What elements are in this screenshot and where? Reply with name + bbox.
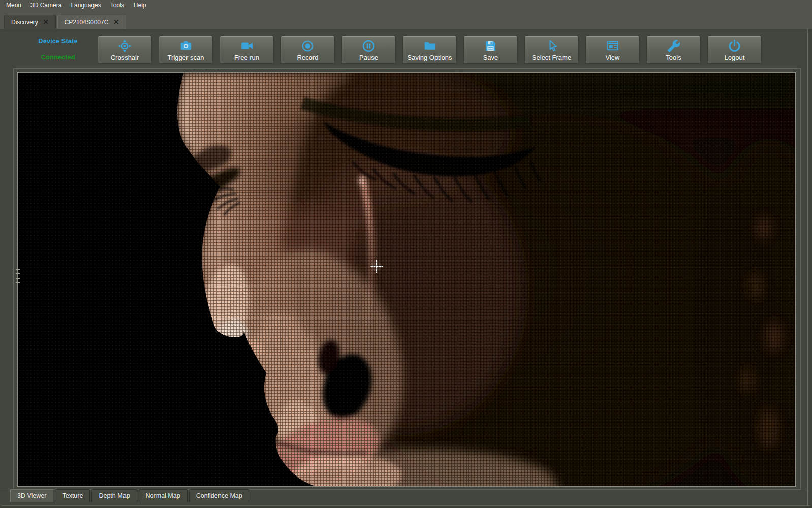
saving-options-button-label: Saving Options: [407, 54, 452, 61]
window-bottom-edge: [0, 506, 812, 508]
tab-normal-map[interactable]: Normal Map: [139, 489, 188, 502]
tab-texture[interactable]: Texture: [55, 489, 90, 502]
menu-item-help[interactable]: Help: [133, 1, 147, 10]
panel-right-edge: [807, 29, 812, 508]
logout-button-label: Logout: [725, 54, 745, 61]
view-button-label: View: [606, 54, 620, 61]
crosshair-button-label: Crosshair: [111, 54, 139, 61]
panel-splitter-grip[interactable]: [16, 269, 20, 285]
tab-normal-map-label: Normal Map: [146, 492, 180, 499]
3d-viewer-canvas[interactable]: [17, 72, 796, 487]
menu-item-3d-camera[interactable]: 3D Camera: [29, 1, 63, 10]
tab-depth-map-label: Depth Map: [99, 492, 130, 499]
tab-confidence-map-label: Confidence Map: [196, 492, 242, 499]
folder-icon: [423, 38, 437, 53]
device-state-panel: Device State Connected: [19, 37, 97, 61]
select-frame-button[interactable]: Select Frame: [524, 36, 579, 64]
save-button[interactable]: Save: [463, 36, 518, 64]
tab-texture-label: Texture: [62, 492, 83, 499]
wrench-icon: [667, 38, 681, 53]
free-run-button-label: Free run: [234, 54, 259, 61]
trigger-scan-button-label: Trigger scan: [168, 54, 204, 61]
free-run-button[interactable]: Free run: [220, 36, 274, 64]
document-tab-bar: Discovery ✕ CP2104S0007C ✕: [4, 15, 126, 29]
tab-3d-viewer[interactable]: 3D Viewer: [10, 489, 53, 502]
menubar: Menu 3D Camera Languages Tools Help: [0, 0, 812, 10]
tab-3d-viewer-label: 3D Viewer: [17, 492, 46, 499]
tools-button[interactable]: Tools: [646, 36, 701, 64]
pause-icon: [362, 38, 376, 53]
crosshair-icon: [118, 38, 132, 53]
tab-depth-map[interactable]: Depth Map: [91, 489, 137, 502]
point-cloud-face: [18, 73, 795, 486]
saving-options-button[interactable]: Saving Options: [402, 36, 457, 64]
close-icon[interactable]: ✕: [113, 19, 119, 25]
app-window: { "menubar": { "items": [ {"label": "Men…: [0, 0, 812, 508]
tab-device-cp2104s0007c[interactable]: CP2104S0007C ✕: [57, 15, 127, 29]
select-frame-button-label: Select Frame: [532, 54, 571, 61]
record-icon: [301, 38, 315, 53]
window-layout-icon: [606, 38, 620, 53]
tab-discovery[interactable]: Discovery ✕: [4, 15, 56, 29]
toolbar: Crosshair Trigger scan Free run: [98, 36, 762, 64]
device-state-status: Connected: [19, 53, 97, 61]
trigger-scan-button[interactable]: Trigger scan: [159, 36, 213, 64]
menu-item-menu[interactable]: Menu: [5, 1, 22, 10]
window-chrome: Menu 3D Camera Languages Tools Help Disc…: [0, 0, 812, 29]
pause-button-label: Pause: [359, 54, 378, 61]
viewer-tab-bar: 3D Viewer Texture Depth Map Normal Map C…: [10, 489, 249, 502]
crosshair-button[interactable]: Crosshair: [98, 36, 152, 64]
record-button-label: Record: [297, 54, 319, 61]
tab-confidence-map[interactable]: Confidence Map: [189, 489, 249, 502]
video-camera-icon: [240, 38, 254, 53]
floppy-disk-icon: [484, 38, 497, 53]
tools-button-label: Tools: [666, 54, 681, 61]
device-state-title: Device State: [19, 37, 97, 45]
pause-button[interactable]: Pause: [341, 36, 396, 64]
logout-button[interactable]: Logout: [707, 36, 762, 64]
power-icon: [728, 38, 741, 53]
menu-item-tools[interactable]: Tools: [109, 1, 126, 10]
tab-device-label: CP2104S0007C: [65, 19, 109, 26]
cursor-icon: [545, 38, 559, 53]
close-icon[interactable]: ✕: [43, 19, 49, 25]
view-button[interactable]: View: [585, 36, 640, 64]
tab-discovery-label: Discovery: [11, 19, 38, 26]
menu-item-languages[interactable]: Languages: [70, 1, 102, 10]
record-button[interactable]: Record: [280, 36, 335, 64]
camera-icon: [179, 38, 193, 53]
save-button-label: Save: [483, 54, 498, 61]
